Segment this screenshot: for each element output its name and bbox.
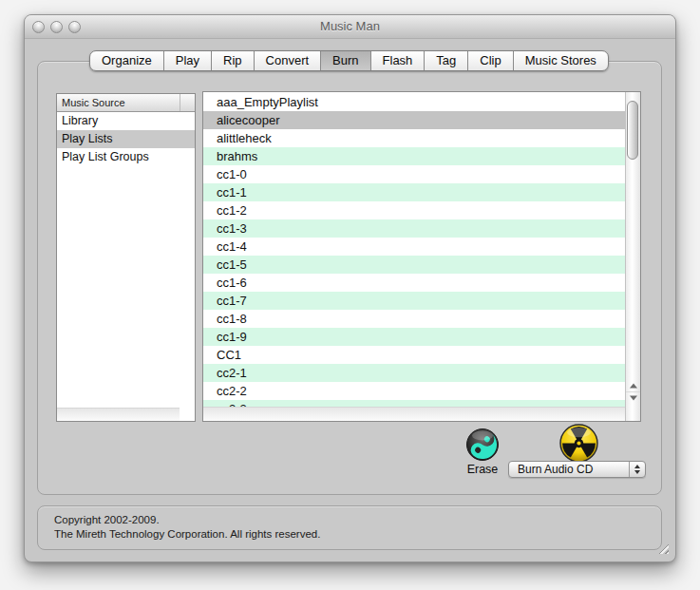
playlist-row[interactable]: cc1-6	[203, 274, 625, 292]
scroll-down-button[interactable]	[626, 391, 640, 403]
music-source-items: LibraryPlay ListsPlay List Groups	[57, 112, 195, 166]
tab-convert[interactable]: Convert	[255, 51, 322, 70]
scrollbar-thumb[interactable]	[627, 101, 638, 160]
tab-music-stores[interactable]: Music Stores	[514, 51, 608, 70]
erase-button-label: Erase	[461, 463, 504, 476]
playlist-row[interactable]: cc1-3	[203, 219, 625, 238]
tab-bar: OrganizePlayRipConvertBurnFlashTagClipMu…	[89, 50, 609, 71]
playlist-rows: aaa_EmptyPlaylistalicecooperalittleheckb…	[203, 93, 625, 407]
scroll-down-icon	[630, 395, 637, 400]
music-source-header: Music Source	[57, 94, 195, 112]
playlist-row[interactable]: cc2-1	[203, 364, 625, 382]
scroll-up-button[interactable]	[626, 380, 640, 391]
playlist-row[interactable]: brahms	[203, 147, 625, 165]
copyright-line1: Copyright 2002-2009.	[54, 513, 661, 527]
erase-button[interactable]: Erase	[461, 428, 504, 476]
burn-mode-value: Burn Audio CD	[509, 462, 629, 477]
playlist-row[interactable]: cc1-0	[203, 165, 625, 183]
playlist-row[interactable]: cc1-1	[203, 183, 625, 201]
scrollbar-arrows	[626, 380, 640, 403]
sidebar-item-play-list-groups[interactable]: Play List Groups	[57, 148, 195, 166]
playlist-hscroll-track[interactable]	[203, 407, 625, 421]
tab-burn[interactable]: Burn	[321, 51, 370, 70]
playlist-row[interactable]: alittleheck	[203, 129, 625, 147]
app-window: Music Man OrganizePlayRipConvertBurnFlas…	[24, 14, 676, 562]
playlist-vscrollbar[interactable]	[625, 92, 640, 421]
scroll-up-icon	[630, 384, 637, 389]
copyright-line2: The Mireth Technology Corporation. All r…	[54, 527, 661, 542]
playlist-row[interactable]: cc1-7	[203, 292, 625, 310]
burn-icon	[559, 424, 598, 463]
sidebar-item-library[interactable]: Library	[57, 112, 195, 130]
tab-play[interactable]: Play	[164, 51, 212, 70]
sidebar-hscroll-track[interactable]	[57, 408, 180, 421]
tab-tag[interactable]: Tag	[425, 51, 468, 70]
music-source-table: Music Source LibraryPlay ListsPlay List …	[56, 93, 196, 422]
playlist-row[interactable]: cc1-4	[203, 238, 625, 256]
playlist-row[interactable]: cc2-2	[203, 382, 625, 400]
playlist-row[interactable]: aaa_EmptyPlaylist	[203, 93, 625, 111]
minimize-button[interactable]	[50, 21, 63, 33]
footer-panel: Copyright 2002-2009. The Mireth Technolo…	[37, 505, 662, 550]
dropdown-stepper-icon	[629, 462, 645, 477]
window-title: Music Man	[25, 15, 675, 38]
playlist-row[interactable]: CC1	[203, 346, 625, 364]
tab-rip[interactable]: Rip	[212, 51, 255, 70]
sidebar-scroll-corner	[180, 408, 195, 421]
zoom-button[interactable]	[68, 21, 81, 33]
tab-clip[interactable]: Clip	[468, 51, 513, 70]
music-source-header-label: Music Source	[57, 94, 180, 111]
playlist-row[interactable]: cc2-3	[203, 400, 625, 407]
playlist-row[interactable]: cc1-5	[203, 256, 625, 274]
burn-mode-dropdown[interactable]: Burn Audio CD	[508, 461, 646, 478]
sidebar-item-play-lists[interactable]: Play Lists	[57, 130, 195, 148]
playlist-row[interactable]: cc1-8	[203, 310, 625, 328]
traffic-lights	[32, 21, 81, 33]
tab-organize[interactable]: Organize	[90, 51, 164, 70]
playlist-table: aaa_EmptyPlaylistalicecooperalittleheckb…	[202, 91, 641, 422]
close-button[interactable]	[32, 21, 45, 33]
title-bar[interactable]: Music Man	[25, 15, 675, 39]
tab-flash[interactable]: Flash	[371, 51, 426, 70]
playlist-row[interactable]: cc1-2	[203, 201, 625, 219]
playlist-row[interactable]: alicecooper	[203, 111, 625, 129]
erase-swirl-icon	[465, 428, 500, 462]
music-source-header-corner	[180, 94, 195, 111]
playlist-row[interactable]: cc1-9	[203, 328, 625, 346]
